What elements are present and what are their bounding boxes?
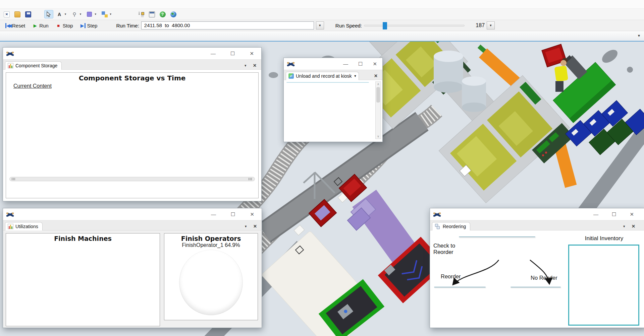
windows-layout-button[interactable] [137, 10, 146, 18]
chart-subtitle: Current Content [8, 83, 256, 89]
connect-tool-button[interactable]: ⚲▼ [70, 10, 84, 18]
close-button[interactable]: ✕ [250, 211, 254, 217]
help-button[interactable]: ? [158, 10, 167, 18]
scroll-down-icon[interactable]: ∨ [377, 135, 379, 138]
web-button[interactable] [169, 10, 178, 18]
run-control-bar: ◀◀Reset ▶Run ■Stop ▶Step Run Time: 2411.… [0, 20, 644, 31]
chevron-down-icon: ▼ [109, 13, 112, 16]
web-icon [170, 11, 176, 17]
open-button[interactable] [13, 10, 22, 18]
text-tool-button[interactable]: A▼ [55, 10, 68, 18]
minimize-button[interactable]: — [593, 211, 598, 217]
text-tool-icon: A [56, 11, 62, 17]
run-time-label: Run Time: [116, 23, 139, 28]
chevron-down-icon: ▼ [64, 13, 67, 16]
no-reorder-activity-block[interactable] [511, 287, 561, 287]
doc-tab-kiosk[interactable]: ⇄ Unload and record at kiosk ▼ [286, 72, 359, 80]
maximize-button[interactable]: ☐ [230, 51, 235, 57]
line-plot [8, 89, 256, 175]
reorder-branch-label: Reorder [441, 273, 461, 280]
main-toolbar: ✕ A▼ ⚲▼ ▼ ▼ ? [0, 9, 644, 20]
measure-tool-icon [102, 11, 108, 17]
play-icon: ▶ [33, 23, 38, 28]
new-model-button[interactable]: ✕ [2, 10, 11, 18]
close-button[interactable]: ✕ [250, 51, 254, 57]
run-speed-dropdown[interactable]: ▼ [487, 21, 495, 29]
chart-icon [8, 224, 13, 229]
run-speed-slider[interactable] [364, 25, 465, 26]
maximize-button[interactable]: ☐ [231, 211, 235, 217]
window-titlebar[interactable]: — ☐ ✕ [430, 208, 644, 220]
component-storage-chart: Component Storage vs Time Current Conten… [6, 72, 259, 198]
new-model-icon: ✕ [4, 11, 10, 17]
check-reorder-activity-block[interactable] [459, 237, 535, 237]
chevron-down-icon: ▼ [79, 13, 82, 16]
window-titlebar[interactable]: — ☐ ✕ [3, 48, 261, 60]
cursor-icon [46, 11, 51, 17]
process-steps-list [286, 82, 369, 83]
reorder-activity-block[interactable] [434, 287, 486, 287]
chart-icon [8, 63, 13, 68]
stop-icon: ■ [56, 23, 61, 28]
step-button[interactable]: ▶Step [78, 22, 100, 29]
close-button[interactable]: ✕ [630, 211, 634, 217]
window-titlebar[interactable]: — ☐ ✕ [3, 208, 262, 220]
flexsim-logo-icon [6, 212, 14, 217]
pie-chart-title: Finish Machines [6, 235, 160, 242]
minimize-button[interactable]: — [343, 61, 348, 67]
run-speed-label: Run Speed: [335, 23, 362, 28]
run-speed-slider-handle[interactable] [383, 22, 387, 29]
cursor-tool-button[interactable] [44, 10, 53, 18]
measure-tool-button[interactable]: ▼ [100, 10, 114, 18]
run-button[interactable]: ▶Run [30, 22, 51, 29]
maximize-button[interactable]: ☐ [358, 61, 363, 67]
run-time-field[interactable]: 2411.58 to 4800.00 [141, 21, 314, 29]
tab-close-button[interactable]: ✕ [374, 73, 378, 78]
window-titlebar[interactable]: — ☐ ✕ [284, 58, 382, 70]
utilizations-window: — ☐ ✕ Utilizations ▼ ✕ Finish Machines F… [3, 208, 262, 328]
tab-menu-button[interactable]: ▼ [623, 225, 626, 228]
no-reorder-branch-label: No Reoder [531, 275, 557, 281]
reset-icon: ◀◀ [5, 23, 10, 28]
tab-close-button[interactable]: ✕ [632, 224, 635, 229]
doc-tab-reordering[interactable]: Reordering [432, 222, 470, 230]
doc-tab-utilizations[interactable]: Utilizations [5, 222, 43, 230]
stop-button[interactable]: ■Stop [53, 22, 76, 29]
plane-tool-icon [87, 12, 92, 17]
windows-layout-icon [138, 11, 144, 17]
initial-inventory-title: Initial Inventory [569, 235, 639, 242]
vertical-scrollbar[interactable]: ∧∨ [375, 81, 381, 139]
chevron-down-icon: ▼ [94, 13, 97, 16]
reordering-flow-canvas[interactable]: Check to Reorder Reorder No Reoder Initi… [430, 230, 644, 328]
properties-icon [149, 11, 155, 17]
maximize-button[interactable]: ☐ [612, 211, 616, 217]
check-to-reorder-label: Check to Reorder [433, 243, 455, 255]
tab-close-button[interactable]: ✕ [253, 224, 257, 229]
plane-tool-button[interactable]: ▼ [85, 10, 99, 18]
properties-button[interactable] [147, 10, 157, 18]
run-time-dropdown[interactable]: ▼ [316, 21, 324, 29]
doc-tab-component-storage[interactable]: Component Storage [5, 61, 62, 70]
tab-menu-button[interactable]: ▼ [354, 74, 357, 78]
minimize-button[interactable]: — [211, 51, 216, 57]
save-button[interactable] [23, 10, 33, 18]
process-flow-icon: ⇄ [288, 73, 294, 79]
tab-menu-button[interactable]: ▼ [244, 225, 247, 228]
step-icon: ▶ [80, 23, 86, 28]
scrollbar-thumb[interactable] [376, 87, 380, 103]
chart-title: Component Storage vs Time [8, 74, 256, 82]
tab-close-button[interactable]: ✕ [253, 63, 257, 68]
tab-menu-button[interactable]: ▼ [244, 64, 247, 67]
menu-bar [0, 0, 644, 9]
close-button[interactable]: ✕ [373, 61, 377, 67]
flexsim-logo-icon [6, 51, 14, 56]
initial-inventory-container[interactable] [568, 245, 639, 326]
chart-hscrollbar[interactable] [9, 177, 255, 181]
minimize-button[interactable]: — [211, 211, 216, 217]
tab-overflow-button[interactable]: ▼ [637, 34, 641, 38]
pie-chart-title: Finish Operators [164, 235, 258, 242]
component-storage-window: — ☐ ✕ Component Storage ▼ ✕ Component St… [3, 47, 262, 201]
scroll-up-icon[interactable]: ∧ [377, 82, 379, 86]
reset-button[interactable]: ◀◀Reset [3, 22, 28, 29]
kiosk-process-window: — ☐ ✕ ⇄ Unload and record at kiosk ▼ ✕ ∧… [283, 58, 383, 142]
